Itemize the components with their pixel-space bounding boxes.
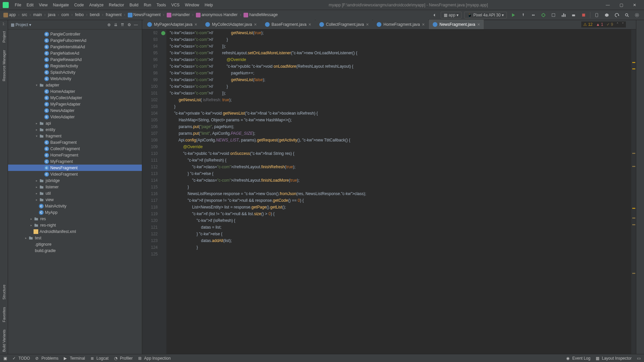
breadcrumb-com[interactable]: com: [60, 12, 70, 17]
hide-panel-icon[interactable]: —: [132, 21, 139, 28]
scroll-from-source-icon[interactable]: ⊕: [106, 21, 112, 28]
tree-item-build-gradle[interactable]: build.gradle: [8, 247, 142, 254]
error-stripe[interactable]: [631, 29, 636, 354]
tree-item-view[interactable]: ▸view: [8, 196, 142, 203]
tree-item--gitignore[interactable]: .gitignore: [8, 241, 142, 247]
statusbar-hide-icon[interactable]: ▣: [3, 356, 7, 361]
sidetab-favorites[interactable]: Favorites: [1, 305, 7, 324]
breadcrumb-src[interactable]: src: [20, 12, 29, 17]
maximize-button[interactable]: ▢: [614, 3, 628, 7]
menu-file[interactable]: File: [12, 3, 24, 7]
project-tree[interactable]: PangleControllerPangleFullscreenAdPangle…: [8, 29, 142, 354]
menu-help[interactable]: Help: [202, 3, 216, 7]
tree-item-res[interactable]: ▸res: [8, 216, 142, 222]
apply-code-changes-icon[interactable]: [530, 11, 537, 19]
tree-item-panglefullscreenad[interactable]: PangleFullscreenAd: [8, 37, 142, 44]
tree-item-homefragment[interactable]: HomeFragment: [8, 152, 142, 158]
tree-item-listener[interactable]: ▸listener: [8, 184, 142, 190]
tree-item-adapter[interactable]: ▾adapter: [8, 82, 142, 88]
menu-vcs[interactable]: VCS: [169, 3, 182, 7]
tree-item-mycollectadapter[interactable]: MyCollectAdapter: [8, 95, 142, 101]
back-icon[interactable]: [431, 11, 438, 19]
gutter-icons[interactable]: ⬤: [161, 29, 166, 354]
inspections-widget[interactable]: ⚠12 ▲1 ✓9 ˄ ˅: [581, 21, 626, 27]
close-tab-icon[interactable]: ×: [477, 22, 480, 27]
tab-mypageradapter-java[interactable]: MyPagerAdapter.java×: [144, 20, 201, 29]
breadcrumb-newsfragment[interactable]: NewsFragment: [126, 12, 162, 17]
breadcrumb-bendi[interactable]: bendi: [89, 12, 101, 17]
tree-item-newsfragment[interactable]: NewsFragment: [8, 165, 142, 171]
status-logcat[interactable]: ≣Logcat: [91, 356, 109, 361]
tree-item-panglenativead[interactable]: PangleNativeAd: [8, 50, 142, 56]
sidetab-project[interactable]: Project: [1, 29, 7, 45]
tree-item-mypageradapter[interactable]: MyPagerAdapter: [8, 101, 142, 107]
breadcrumb-feibo[interactable]: feibo: [74, 12, 85, 17]
expand-all-icon[interactable]: ⇊: [112, 21, 119, 28]
close-tab-icon[interactable]: ×: [366, 22, 369, 27]
status-app-inspection[interactable]: ⊞App Inspection: [138, 356, 171, 361]
project-dropdown[interactable]: ▦ Project ▾: [11, 22, 31, 27]
device-selector[interactable]: 📱 Pixel 4a API 30 ▾: [464, 12, 507, 18]
tree-item-newsadapter[interactable]: NewsAdapter: [8, 107, 142, 114]
minimize-button[interactable]: —: [601, 3, 614, 7]
status-event-log[interactable]: ◉Event Log: [566, 356, 590, 361]
status-layout-inspector[interactable]: ▦Layout Inspector: [596, 356, 632, 361]
sync-gradle-icon[interactable]: [613, 11, 621, 19]
coverage-icon[interactable]: [550, 11, 557, 19]
breadcrumb-main[interactable]: main: [32, 12, 43, 17]
tree-item-pangleinterstitialad[interactable]: PangleInterstitialAd: [8, 44, 142, 50]
tree-item-registeractivity[interactable]: RegisterActivity: [8, 63, 142, 69]
breadcrumb-mhandler[interactable]: mHandler: [165, 12, 191, 17]
tree-item-videofragment[interactable]: VideoFragment: [8, 171, 142, 177]
tree-item-collectfragment[interactable]: CollectFragment: [8, 145, 142, 152]
close-tab-icon[interactable]: ×: [422, 22, 425, 27]
tree-item-splashactivity[interactable]: SplashActivity: [8, 69, 142, 75]
breadcrumb-fragment[interactable]: fragment: [104, 12, 123, 17]
tab-homefragment-java[interactable]: HomeFragment.java×: [373, 20, 428, 29]
debug-button[interactable]: [540, 11, 547, 19]
collapse-all-icon[interactable]: ⇈: [119, 21, 126, 28]
code-editor[interactable]: "c-kw">class="c-com">// getNewsList(true…: [166, 29, 631, 354]
tree-item-jsbridge[interactable]: ▸jsbridge: [8, 177, 142, 184]
close-tab-icon[interactable]: ×: [309, 22, 311, 27]
inspections-up-icon[interactable]: ˄: [616, 22, 619, 27]
settings-gear-icon[interactable]: ⚙: [126, 21, 132, 28]
tree-item-test[interactable]: ▸test: [8, 235, 142, 241]
avd-manager-icon[interactable]: [593, 11, 600, 19]
statusbar-memory-icon[interactable]: ▭: [637, 356, 641, 361]
menu-edit[interactable]: Edit: [24, 3, 36, 7]
menu-build[interactable]: Build: [127, 3, 141, 7]
tree-item-webactivity[interactable]: WebActivity: [8, 75, 142, 82]
tree-item-api[interactable]: ▸api: [8, 120, 142, 126]
settings-icon[interactable]: [633, 11, 641, 19]
profile-icon[interactable]: [560, 11, 567, 19]
tab-newsfragment-java[interactable]: NewsFragment.java×: [429, 20, 484, 29]
tree-item-androidmanifest-xml[interactable]: AndroidManifest.xml: [8, 228, 142, 235]
close-tab-icon[interactable]: ×: [195, 22, 197, 27]
search-everywhere-icon[interactable]: [623, 11, 631, 19]
close-button[interactable]: ✕: [628, 3, 641, 7]
status-todo[interactable]: ✓TODO: [12, 356, 30, 361]
tab-collectfragment-java[interactable]: CollectFragment.java×: [316, 20, 373, 29]
status-problems[interactable]: ⊘Problems: [35, 356, 58, 361]
breadcrumb-anonymous-handler[interactable]: anonymous Handler: [195, 12, 239, 17]
tab-basefragment-java[interactable]: BaseFragment.java×: [261, 20, 315, 29]
menu-navigate[interactable]: Navigate: [50, 3, 71, 7]
status-profiler[interactable]: ◔Profiler: [114, 356, 133, 361]
tree-item-util[interactable]: ▸util: [8, 190, 142, 196]
close-tab-icon[interactable]: ×: [254, 22, 257, 27]
tree-item-panglerewardad[interactable]: PangleRewardAd: [8, 56, 142, 63]
stop-button[interactable]: [580, 11, 587, 19]
menu-view[interactable]: View: [36, 3, 50, 7]
tree-item-myapp[interactable]: MyApp: [8, 209, 142, 216]
tree-item-basefragment[interactable]: BaseFragment: [8, 139, 142, 145]
status-terminal[interactable]: ▶Terminal: [64, 356, 85, 361]
tree-item-res-night[interactable]: ▸res-night: [8, 222, 142, 228]
tree-item-homeadapter[interactable]: HomeAdapter: [8, 88, 142, 95]
breadcrumb-handlemessage[interactable]: handleMessage: [242, 12, 279, 17]
tree-item-myfragment[interactable]: MyFragment: [8, 158, 142, 165]
sidetab-build-variants[interactable]: Build Variants: [1, 327, 7, 354]
run-button[interactable]: [509, 11, 517, 19]
menu-run[interactable]: Run: [141, 3, 154, 7]
breadcrumb-app[interactable]: app: [2, 12, 17, 17]
